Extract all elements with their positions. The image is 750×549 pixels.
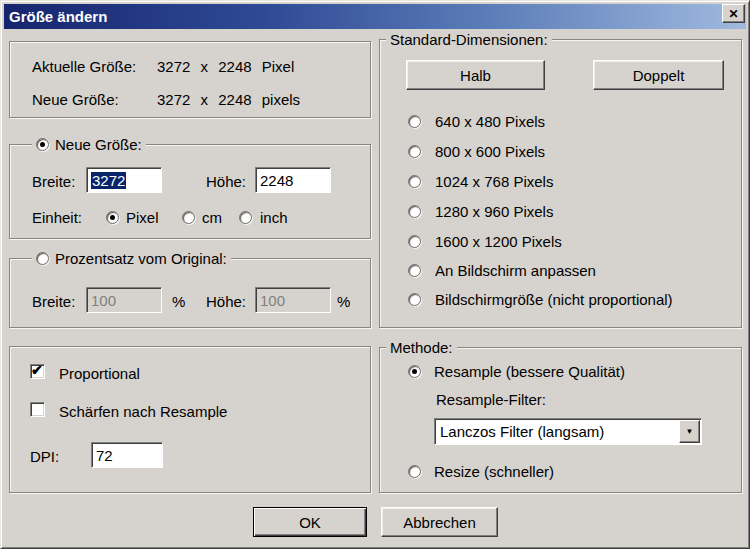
new-size-summary-value: 3272 x 2248 pixels [157, 91, 300, 108]
percent-group: Prozentsatz vom Original: Breite: 100 % … [9, 258, 371, 328]
filter-dropdown-value: Lanczos Filter (langsam) [435, 423, 678, 440]
standard-dimensions-legend: Standard-Dimensionen: [390, 31, 548, 48]
dialog-title: Größe ändern [4, 8, 107, 25]
options-group: Proportional Schärfen nach Resample DPI: [9, 346, 371, 493]
new-size-legend[interactable]: Neue Größe: [55, 136, 142, 153]
percent-width-label: Breite: [32, 293, 75, 310]
new-size-radio[interactable] [36, 138, 49, 151]
current-size-group: Aktuelle Größe: 3272 x 2248 Pixel Neue G… [9, 41, 371, 118]
percent-height-input: 100 [255, 287, 331, 313]
dpi-input[interactable] [91, 442, 163, 468]
unit-label-pixel[interactable]: Pixel [126, 209, 159, 226]
unit-radio-cm[interactable] [182, 211, 195, 224]
width-input[interactable]: 3272 [86, 167, 162, 193]
percent-radio[interactable] [36, 252, 49, 265]
dimension-radio-1280x960[interactable] [408, 205, 421, 218]
percent-sign-width: % [172, 293, 185, 310]
unit-radio-pixel[interactable] [106, 211, 119, 224]
percent-width-input: 100 [86, 287, 162, 313]
dimension-radio-fit-screen[interactable] [408, 264, 421, 277]
percent-sign-height: % [337, 293, 350, 310]
dimension-radio-1024x768[interactable] [408, 175, 421, 188]
width-input-selected-text: 3272 [91, 172, 126, 189]
percent-height-label: Höhe: [206, 293, 246, 310]
new-size-summary-label: Neue Größe: [32, 91, 119, 108]
ok-button[interactable]: OK [253, 507, 367, 537]
resize-dialog: Größe ändern ✕ Aktuelle Größe: 3272 x 22… [0, 0, 750, 549]
dimension-label-800x600[interactable]: 800 x 600 Pixels [435, 143, 545, 160]
resize-label[interactable]: Resize (schneller) [434, 463, 554, 480]
unit-radio-inch[interactable] [239, 211, 252, 224]
dimension-label-1600x1200[interactable]: 1600 x 1200 Pixels [435, 233, 562, 250]
method-legend: Methode: [390, 339, 453, 356]
resample-filter-label: Resample-Filter: [436, 391, 546, 408]
cancel-button[interactable]: Abbrechen [381, 507, 498, 537]
unit-label-inch[interactable]: inch [260, 209, 288, 226]
dimension-label-1280x960[interactable]: 1280 x 960 Pixels [435, 203, 553, 220]
width-label: Breite: [32, 173, 75, 190]
half-button[interactable]: Halb [406, 60, 545, 90]
dimension-radio-640x480[interactable] [408, 115, 421, 128]
dimension-radio-screen-size[interactable] [408, 293, 421, 306]
filter-dropdown[interactable]: Lanczos Filter (langsam) ▼ [434, 418, 702, 445]
unit-label-cm[interactable]: cm [202, 209, 222, 226]
resample-radio[interactable] [408, 365, 421, 378]
chevron-down-icon[interactable]: ▼ [679, 420, 700, 443]
unit-label: Einheit: [32, 209, 82, 226]
dimension-label-screen-size[interactable]: Bildschirmgröße (nicht proportional) [435, 291, 673, 308]
double-button[interactable]: Doppelt [593, 60, 724, 90]
sharpen-checkbox[interactable] [30, 402, 45, 417]
dimension-label-640x480[interactable]: 640 x 480 Pixels [435, 113, 545, 130]
current-size-value: 3272 x 2248 Pixel [157, 58, 294, 75]
current-size-label: Aktuelle Größe: [32, 58, 136, 75]
dimension-label-fit-screen[interactable]: An Bildschirm anpassen [435, 262, 596, 279]
proportional-label[interactable]: Proportional [59, 365, 140, 382]
standard-dimensions-group: Standard-Dimensionen: Halb Doppelt 640 x… [379, 39, 742, 328]
percent-legend[interactable]: Prozentsatz vom Original: [55, 250, 227, 267]
close-icon: ✕ [728, 7, 738, 21]
dimension-radio-1600x1200[interactable] [408, 235, 421, 248]
new-size-group: Neue Größe: Breite: 3272 Höhe: Einheit: … [9, 144, 371, 239]
resample-label[interactable]: Resample (bessere Qualität) [434, 363, 625, 380]
close-button[interactable]: ✕ [722, 4, 745, 23]
titlebar: Größe ändern [4, 4, 746, 29]
dimension-label-1024x768[interactable]: 1024 x 768 Pixels [435, 173, 553, 190]
sharpen-label[interactable]: Schärfen nach Resample [59, 403, 227, 420]
proportional-checkbox[interactable] [30, 364, 45, 379]
dpi-label: DPI: [30, 448, 59, 465]
method-group: Methode: Resample (bessere Qualität) Res… [379, 347, 742, 493]
resize-radio[interactable] [408, 465, 421, 478]
height-label: Höhe: [206, 173, 246, 190]
dimension-radio-800x600[interactable] [408, 145, 421, 158]
height-input[interactable] [255, 167, 331, 193]
